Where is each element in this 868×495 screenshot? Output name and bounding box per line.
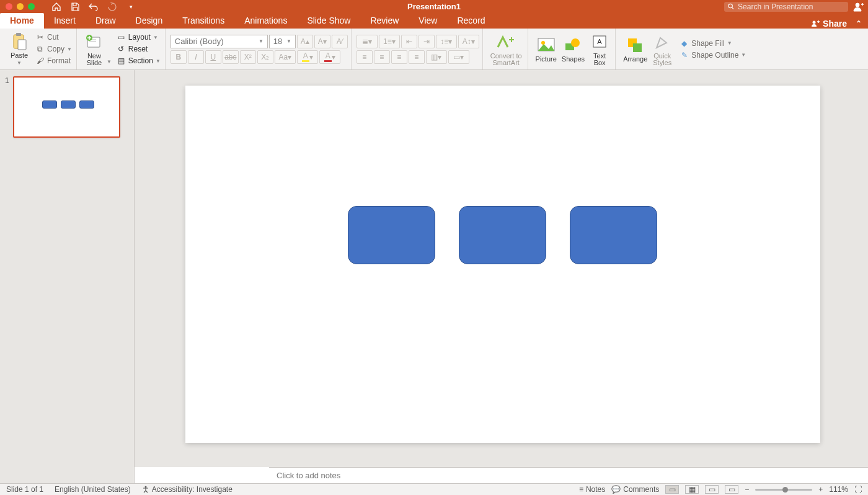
slide-canvas[interactable]: [185, 86, 820, 443]
share-icon: [811, 20, 820, 27]
new-slide-button[interactable]: New Slide: [82, 32, 107, 66]
slide-thumbnail-panel[interactable]: 1: [0, 70, 135, 467]
tab-slideshow[interactable]: Slide Show: [297, 13, 360, 29]
text-direction-button[interactable]: A↕▾: [458, 35, 479, 48]
change-case-button[interactable]: Aa▾: [275, 50, 296, 64]
paste-icon: [9, 32, 29, 51]
zoom-level[interactable]: 111%: [829, 485, 848, 494]
tab-draw[interactable]: Draw: [86, 13, 126, 29]
align-justify-button[interactable]: ≡: [409, 50, 425, 64]
textbox-button[interactable]: A Text Box: [587, 32, 612, 66]
italic-button[interactable]: I: [188, 50, 204, 64]
copy-button[interactable]: ⧉Copy▼: [34, 44, 73, 55]
tab-review[interactable]: Review: [360, 13, 409, 29]
undo-icon[interactable]: [89, 2, 99, 12]
thumbnail-number: 1: [5, 76, 9, 85]
svg-text:A: A: [597, 38, 602, 45]
columns-button[interactable]: ▥▾: [426, 50, 447, 64]
bold-button[interactable]: B: [170, 50, 187, 64]
rounded-rectangle-shape[interactable]: [570, 206, 657, 264]
tab-insert[interactable]: Insert: [44, 13, 86, 29]
shape-outline-button[interactable]: ✎Shape Outline▼: [678, 50, 747, 60]
increase-indent-button[interactable]: ⇥: [418, 35, 435, 48]
arrange-button[interactable]: Arrange: [621, 35, 650, 63]
reset-button[interactable]: ↺Reset: [115, 44, 162, 55]
home-icon[interactable]: [51, 2, 61, 12]
comments-icon: 💬: [611, 485, 621, 494]
fit-to-window-button[interactable]: ⛶: [854, 485, 862, 494]
decrease-font-button[interactable]: A▾: [314, 35, 330, 48]
notes-toggle[interactable]: ≡Notes: [579, 485, 605, 494]
tab-home[interactable]: Home: [0, 13, 44, 29]
decrease-indent-button[interactable]: ⇤: [401, 35, 417, 48]
clear-formatting-button[interactable]: A⁄: [332, 35, 348, 48]
section-icon: ▤: [117, 56, 126, 66]
sorter-view-button[interactable]: ▦: [685, 485, 699, 494]
align-right-button[interactable]: ≡: [391, 50, 407, 64]
align-center-button[interactable]: ≡: [374, 50, 390, 64]
new-slide-dropdown[interactable]: ▼: [107, 59, 112, 65]
align-left-button[interactable]: ≡: [356, 50, 373, 64]
tab-animations[interactable]: Animations: [234, 13, 297, 29]
window-minimize-icon[interactable]: [17, 3, 24, 10]
notes-pane[interactable]: Click to add notes: [269, 467, 868, 483]
document-title: Presentation1: [407, 2, 461, 11]
shape-fill-button[interactable]: ◆Shape Fill▼: [678, 38, 747, 48]
svg-point-14: [571, 38, 580, 47]
accessibility-status[interactable]: Accessibility: Investigate: [142, 485, 232, 494]
search-input-wrapper[interactable]: [724, 2, 848, 12]
window-close-icon[interactable]: [6, 3, 12, 10]
slide-editor[interactable]: [135, 70, 868, 467]
align-text-button[interactable]: ▭▾: [448, 50, 469, 64]
line-spacing-button[interactable]: ↕≡▾: [436, 35, 457, 48]
share-label: Share: [823, 19, 847, 29]
ribbon-collapse-icon[interactable]: ⌃: [856, 19, 862, 28]
shapes-button[interactable]: Shapes: [559, 35, 587, 63]
subscript-button[interactable]: X₂: [257, 50, 273, 64]
zoom-out-button[interactable]: −: [745, 485, 749, 494]
increase-font-button[interactable]: A▴: [297, 35, 313, 48]
section-button[interactable]: ▤Section▼: [115, 56, 162, 66]
paste-button[interactable]: Paste ▼: [7, 32, 32, 66]
convert-smartart-button[interactable]: Convert to SmartArt: [488, 32, 525, 66]
language-indicator[interactable]: English (United States): [55, 485, 131, 494]
layout-button[interactable]: ▭Layout▼: [115, 32, 162, 43]
slide-thumbnail-1[interactable]: [13, 76, 120, 138]
save-icon[interactable]: [70, 2, 80, 12]
zoom-slider-thumb[interactable]: [782, 487, 788, 493]
highlight-button[interactable]: A▾: [297, 50, 318, 64]
picture-button[interactable]: Picture: [533, 35, 559, 63]
superscript-button[interactable]: X²: [240, 50, 256, 64]
shape-outline-icon: ✎: [680, 50, 689, 60]
redo-icon[interactable]: [107, 2, 117, 12]
rounded-rectangle-shape[interactable]: [459, 206, 546, 264]
normal-view-button[interactable]: ▭: [665, 485, 679, 494]
qat-customize-icon[interactable]: ▾: [126, 2, 136, 12]
format-painter-button[interactable]: 🖌Format: [34, 56, 73, 66]
rounded-rectangle-shape[interactable]: [348, 206, 435, 264]
zoom-slider[interactable]: [755, 489, 812, 491]
window-zoom-icon[interactable]: [28, 3, 35, 10]
cut-button[interactable]: ✂Cut: [34, 32, 73, 43]
search-input[interactable]: [738, 2, 844, 11]
slideshow-view-button[interactable]: ▭: [725, 485, 738, 494]
underline-button[interactable]: U: [205, 50, 221, 64]
font-name-select[interactable]: Calibri (Body)▼: [170, 35, 268, 48]
picture-icon: [536, 35, 556, 55]
tab-transitions[interactable]: Transitions: [172, 13, 234, 29]
quick-styles-button[interactable]: Quick Styles: [650, 32, 675, 66]
svg-rect-18: [633, 43, 642, 52]
font-size-select[interactable]: 18▼: [269, 35, 296, 48]
zoom-in-button[interactable]: +: [818, 485, 823, 494]
strikethrough-button[interactable]: abc: [223, 50, 239, 64]
numbering-button[interactable]: 1≡▾: [379, 35, 400, 48]
bullets-button[interactable]: ≣▾: [356, 35, 378, 48]
account-icon[interactable]: [853, 2, 864, 12]
reading-view-button[interactable]: ▭: [705, 485, 719, 494]
tab-record[interactable]: Record: [447, 13, 495, 29]
comments-toggle[interactable]: 💬Comments: [611, 485, 659, 494]
tab-design[interactable]: Design: [126, 13, 173, 29]
tab-view[interactable]: View: [409, 13, 447, 29]
font-color-button[interactable]: A▾: [319, 50, 340, 64]
share-button[interactable]: Share: [811, 19, 847, 29]
